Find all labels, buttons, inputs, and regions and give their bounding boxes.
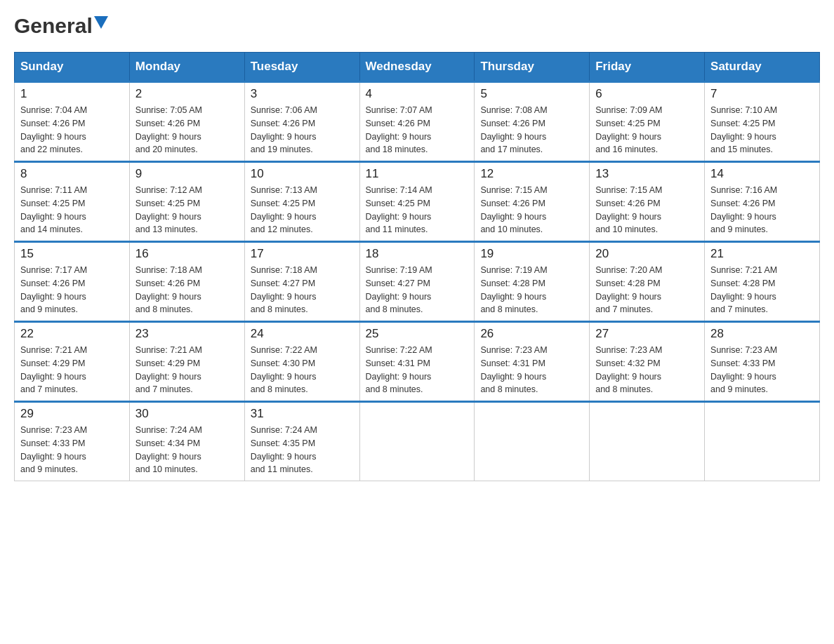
day-info: Sunrise: 7:23 AMSunset: 4:33 PMDaylight:… [710,345,777,394]
day-info: Sunrise: 7:15 AMSunset: 4:26 PMDaylight:… [595,185,662,234]
calendar-cell: 2 Sunrise: 7:05 AMSunset: 4:26 PMDayligh… [129,82,244,162]
calendar-cell: 17 Sunrise: 7:18 AMSunset: 4:27 PMDaylig… [244,242,359,322]
weekday-header-saturday: Saturday [705,53,820,82]
calendar-cell: 4 Sunrise: 7:07 AMSunset: 4:26 PMDayligh… [359,82,475,162]
weekday-header-sunday: Sunday [15,53,130,82]
logo-arrow-icon [94,16,108,34]
calendar-table: SundayMondayTuesdayWednesdayThursdayFrid… [14,52,820,481]
calendar-cell [359,402,475,481]
day-number: 29 [20,407,124,421]
day-number: 30 [135,407,239,421]
day-number: 19 [480,247,583,261]
calendar-cell: 3 Sunrise: 7:06 AMSunset: 4:26 PMDayligh… [244,82,359,162]
day-info: Sunrise: 7:24 AMSunset: 4:34 PMDaylight:… [135,425,202,474]
day-info: Sunrise: 7:21 AMSunset: 4:29 PMDaylight:… [135,345,202,394]
day-info: Sunrise: 7:06 AMSunset: 4:26 PMDaylight:… [251,105,317,154]
calendar-cell: 16 Sunrise: 7:18 AMSunset: 4:26 PMDaylig… [129,242,244,322]
day-info: Sunrise: 7:11 AMSunset: 4:25 PMDaylight:… [20,185,87,234]
day-number: 26 [480,327,583,341]
calendar-week-row: 1 Sunrise: 7:04 AMSunset: 4:26 PMDayligh… [15,82,820,162]
day-number: 20 [595,247,699,261]
day-number: 5 [480,87,583,101]
calendar-cell: 21 Sunrise: 7:21 AMSunset: 4:28 PMDaylig… [705,242,820,322]
page-header: General [14,14,820,38]
calendar-cell: 6 Sunrise: 7:09 AMSunset: 4:25 PMDayligh… [590,82,705,162]
day-number: 8 [20,167,124,181]
day-info: Sunrise: 7:04 AMSunset: 4:26 PMDaylight:… [20,105,87,154]
weekday-header-tuesday: Tuesday [244,53,359,82]
calendar-week-row: 8 Sunrise: 7:11 AMSunset: 4:25 PMDayligh… [15,162,820,242]
day-number: 9 [135,167,239,181]
day-info: Sunrise: 7:10 AMSunset: 4:25 PMDaylight:… [710,105,777,154]
calendar-cell: 26 Sunrise: 7:23 AMSunset: 4:31 PMDaylig… [475,322,590,402]
day-number: 15 [20,247,124,261]
day-number: 7 [710,87,814,101]
day-number: 22 [20,327,124,341]
day-number: 25 [366,327,469,341]
day-info: Sunrise: 7:19 AMSunset: 4:28 PMDaylight:… [480,265,547,314]
day-info: Sunrise: 7:23 AMSunset: 4:32 PMDaylight:… [595,345,662,394]
calendar-cell: 18 Sunrise: 7:19 AMSunset: 4:27 PMDaylig… [359,242,475,322]
calendar-cell: 14 Sunrise: 7:16 AMSunset: 4:26 PMDaylig… [705,162,820,242]
calendar-cell: 12 Sunrise: 7:15 AMSunset: 4:26 PMDaylig… [475,162,590,242]
calendar-week-row: 22 Sunrise: 7:21 AMSunset: 4:29 PMDaylig… [15,322,820,402]
day-info: Sunrise: 7:19 AMSunset: 4:27 PMDaylight:… [366,265,432,314]
weekday-header-friday: Friday [590,53,705,82]
weekday-header-row: SundayMondayTuesdayWednesdayThursdayFrid… [15,53,820,82]
day-number: 3 [251,87,354,101]
day-info: Sunrise: 7:23 AMSunset: 4:31 PMDaylight:… [480,345,547,394]
day-info: Sunrise: 7:24 AMSunset: 4:35 PMDaylight:… [251,425,317,474]
logo-general-text: General [14,14,93,38]
day-number: 1 [20,87,124,101]
calendar-cell: 1 Sunrise: 7:04 AMSunset: 4:26 PMDayligh… [15,82,130,162]
day-info: Sunrise: 7:22 AMSunset: 4:30 PMDaylight:… [251,345,317,394]
calendar-cell: 10 Sunrise: 7:13 AMSunset: 4:25 PMDaylig… [244,162,359,242]
day-number: 16 [135,247,239,261]
day-info: Sunrise: 7:18 AMSunset: 4:26 PMDaylight:… [135,265,202,314]
calendar-week-row: 29 Sunrise: 7:23 AMSunset: 4:33 PMDaylig… [15,402,820,481]
calendar-cell: 27 Sunrise: 7:23 AMSunset: 4:32 PMDaylig… [590,322,705,402]
weekday-header-wednesday: Wednesday [359,53,475,82]
calendar-cell: 25 Sunrise: 7:22 AMSunset: 4:31 PMDaylig… [359,322,475,402]
day-number: 31 [251,407,354,421]
weekday-header-thursday: Thursday [475,53,590,82]
day-number: 10 [251,167,354,181]
calendar-cell: 13 Sunrise: 7:15 AMSunset: 4:26 PMDaylig… [590,162,705,242]
day-number: 21 [710,247,814,261]
day-info: Sunrise: 7:22 AMSunset: 4:31 PMDaylight:… [366,345,432,394]
day-info: Sunrise: 7:09 AMSunset: 4:25 PMDaylight:… [595,105,662,154]
day-info: Sunrise: 7:15 AMSunset: 4:26 PMDaylight:… [480,185,547,234]
calendar-cell: 15 Sunrise: 7:17 AMSunset: 4:26 PMDaylig… [15,242,130,322]
day-number: 6 [595,87,699,101]
calendar-cell: 24 Sunrise: 7:22 AMSunset: 4:30 PMDaylig… [244,322,359,402]
day-info: Sunrise: 7:08 AMSunset: 4:26 PMDaylight:… [480,105,547,154]
day-info: Sunrise: 7:13 AMSunset: 4:25 PMDaylight:… [251,185,317,234]
day-info: Sunrise: 7:05 AMSunset: 4:26 PMDaylight:… [135,105,202,154]
day-info: Sunrise: 7:17 AMSunset: 4:26 PMDaylight:… [20,265,87,314]
day-info: Sunrise: 7:21 AMSunset: 4:29 PMDaylight:… [20,345,87,394]
calendar-cell: 11 Sunrise: 7:14 AMSunset: 4:25 PMDaylig… [359,162,475,242]
day-number: 2 [135,87,239,101]
day-info: Sunrise: 7:23 AMSunset: 4:33 PMDaylight:… [20,425,87,474]
calendar-cell: 28 Sunrise: 7:23 AMSunset: 4:33 PMDaylig… [705,322,820,402]
weekday-header-monday: Monday [129,53,244,82]
day-info: Sunrise: 7:12 AMSunset: 4:25 PMDaylight:… [135,185,202,234]
day-number: 18 [366,247,469,261]
calendar-cell: 20 Sunrise: 7:20 AMSunset: 4:28 PMDaylig… [590,242,705,322]
calendar-cell: 8 Sunrise: 7:11 AMSunset: 4:25 PMDayligh… [15,162,130,242]
day-number: 12 [480,167,583,181]
day-info: Sunrise: 7:07 AMSunset: 4:26 PMDaylight:… [366,105,432,154]
day-number: 11 [366,167,469,181]
logo: General [14,14,108,38]
day-number: 24 [251,327,354,341]
calendar-cell [705,402,820,481]
day-number: 14 [710,167,814,181]
day-info: Sunrise: 7:20 AMSunset: 4:28 PMDaylight:… [595,265,662,314]
day-number: 13 [595,167,699,181]
calendar-cell [475,402,590,481]
calendar-cell: 19 Sunrise: 7:19 AMSunset: 4:28 PMDaylig… [475,242,590,322]
calendar-cell: 22 Sunrise: 7:21 AMSunset: 4:29 PMDaylig… [15,322,130,402]
day-number: 23 [135,327,239,341]
calendar-cell: 31 Sunrise: 7:24 AMSunset: 4:35 PMDaylig… [244,402,359,481]
calendar-cell: 9 Sunrise: 7:12 AMSunset: 4:25 PMDayligh… [129,162,244,242]
